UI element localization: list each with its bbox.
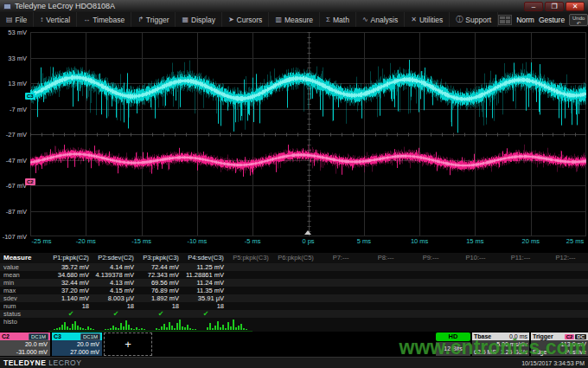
waveform-canvas[interactable]	[30, 32, 586, 236]
measure-column-header[interactable]: P5:pkpk(C3)	[228, 253, 273, 263]
status-check-icon	[543, 310, 588, 318]
norm-mode-button[interactable]: Norm	[516, 16, 534, 24]
brand-teledyne: TELEDYNE	[3, 358, 46, 367]
histogram-bar	[171, 326, 173, 330]
y-axis-label: -27 mV	[6, 131, 27, 139]
menu-item-display[interactable]: ▦Display	[176, 12, 221, 27]
close-button[interactable]: ✕	[566, 2, 585, 11]
measure-column-header[interactable]: P10:---	[453, 253, 498, 263]
histogram-bar	[214, 326, 216, 330]
measure-row-min: min32.44 mV4.13 mV69.56 mV11.24 mV	[0, 279, 588, 287]
histogram-bar	[166, 327, 168, 330]
histogram-bar	[222, 325, 224, 330]
grid-layout-icon[interactable]	[498, 15, 512, 25]
add-channel-button[interactable]: +	[104, 332, 152, 356]
menu-item-support[interactable]: ⓘSupport	[450, 12, 498, 27]
channel-box-C3[interactable]: C3DC1M20.0 mV27.000 mV	[52, 332, 102, 356]
menu-item-analysis[interactable]: ∿Analysis	[356, 12, 405, 27]
gesture-button[interactable]: Gesture	[539, 16, 565, 24]
support-icon: ⓘ	[456, 15, 463, 24]
histogram-bar	[54, 329, 55, 330]
channel-box-header: C3DC1M	[52, 332, 102, 340]
measure-value-cell	[453, 279, 498, 287]
hd-mode-box[interactable]: HD 12 Bits	[436, 332, 470, 356]
histogram-bar	[174, 328, 176, 330]
trigger-source-badge: C2	[565, 334, 575, 339]
measure-value-cell	[543, 287, 588, 294]
menu-item-measure[interactable]: ▥Measure	[269, 12, 320, 27]
measure-column-header[interactable]: P1:pkpk(C2)	[48, 253, 93, 263]
window-title: Teledyne LeCroy HDO8108A	[15, 2, 115, 10]
measure-value-cell	[273, 279, 318, 287]
measure-column-header[interactable]: P4:sdev(C3)	[183, 253, 228, 263]
measure-title: Measure	[0, 253, 48, 263]
measure-value-cell: 1.140 mV	[48, 294, 93, 302]
menu-item-utilities[interactable]: ✕Utilities	[405, 12, 450, 27]
measure-row-max: max37.20 mV4.15 mV76.89 mV11.35 mV	[0, 287, 588, 294]
minimize-button[interactable]: –	[524, 2, 543, 11]
maximize-button[interactable]: ❐	[545, 2, 564, 11]
measure-column-header[interactable]: P3:pkpk(C3)	[138, 253, 183, 263]
measure-value-cell: 72.44 mV	[138, 263, 183, 271]
measure-value-cell	[453, 294, 498, 302]
measure-column-header[interactable]: P6:pkpk(C5)	[273, 253, 318, 263]
measure-row-label: num	[0, 302, 48, 310]
status-check-icon	[408, 310, 453, 318]
trigger-position-marker[interactable]	[304, 230, 311, 235]
measure-value-cell: 72.343 mV	[138, 271, 183, 279]
menu-item-label: Vertical	[46, 16, 70, 24]
channel-box-C2[interactable]: C2DC1M20.0 mV-31.000 mV	[0, 332, 50, 356]
measure-column-header[interactable]: P8:---	[363, 253, 408, 263]
measure-row-mean: mean34.680 mV4.139378 mV72.343 mV11.2886…	[0, 271, 588, 279]
menu-item-timebase[interactable]: ↔Timebase	[77, 12, 131, 27]
menu-item-cursors[interactable]: ➤Cursors	[222, 12, 269, 27]
menu-item-file[interactable]: ▤File	[0, 12, 34, 27]
channel-marker-C3[interactable]: C3	[25, 93, 35, 100]
measure-value-cell	[273, 263, 318, 271]
menu-item-label: File	[16, 16, 28, 24]
histogram-bar	[144, 329, 145, 330]
hd-bits-label: 12 Bits	[436, 342, 470, 356]
histogram-bar	[72, 324, 74, 330]
x-axis-label: 10 ms	[411, 237, 428, 245]
measure-value-cell	[453, 263, 498, 271]
histogram-bar	[107, 329, 109, 330]
histogram-bar	[93, 329, 94, 330]
measure-icon: ▥	[275, 16, 282, 23]
histogram-bar	[120, 323, 122, 330]
histogram-bar	[207, 327, 208, 330]
status-check-icon	[228, 310, 273, 318]
histogram-bar	[233, 320, 234, 330]
measure-value-cell	[318, 302, 363, 310]
measure-table: MeasureP1:pkpk(C2)P2:sdev(C2)P3:pkpk(C3)…	[0, 253, 588, 332]
histogram-thumbnail	[295, 318, 337, 332]
measure-column-header[interactable]: P9:---	[408, 253, 453, 263]
measure-value-cell: 11.35 mV	[183, 287, 228, 294]
histogram-bar	[128, 325, 130, 330]
measure-column-header[interactable]: P11:---	[498, 253, 543, 263]
trigger-level: 113.0 mV	[533, 340, 586, 348]
menu-item-trigger[interactable]: ↱Trigger	[131, 12, 176, 27]
x-axis-label: 20 ms	[521, 237, 539, 245]
timebase-box[interactable]: Tbase 0.0 ms 5.00 ms/div 62.5 MS 1.25 GS…	[472, 332, 529, 356]
menu-item-vertical[interactable]: ↕Vertical	[34, 12, 77, 27]
histogram-bar	[67, 326, 68, 330]
measure-value-cell	[408, 302, 453, 310]
histogram-bar	[235, 327, 237, 330]
measure-column-header[interactable]: P2:sdev(C2)	[93, 253, 138, 263]
histogram-bar	[184, 327, 186, 330]
undo-button[interactable]: Undo ↶	[569, 14, 588, 26]
menu-item-math[interactable]: ΣMath	[320, 12, 356, 27]
x-axis-label: 0 ps	[302, 237, 314, 245]
measure-value-cell: 4.13 mV	[93, 279, 138, 287]
measure-value-cell	[498, 263, 543, 271]
trigger-box[interactable]: Trigger C2 DC 113.0 mV Edge Positive	[531, 332, 588, 356]
measure-column-header[interactable]: P7:---	[318, 253, 363, 263]
channel-marker-C2[interactable]: C2	[25, 178, 35, 185]
measure-column-header[interactable]: P12:---	[543, 253, 588, 263]
y-axis-label: -87 mV	[6, 207, 27, 215]
measure-value-cell	[273, 271, 318, 279]
measure-row-label: value	[0, 263, 48, 271]
histogram-bar	[59, 327, 61, 330]
histogram-thumbnail	[150, 318, 201, 332]
